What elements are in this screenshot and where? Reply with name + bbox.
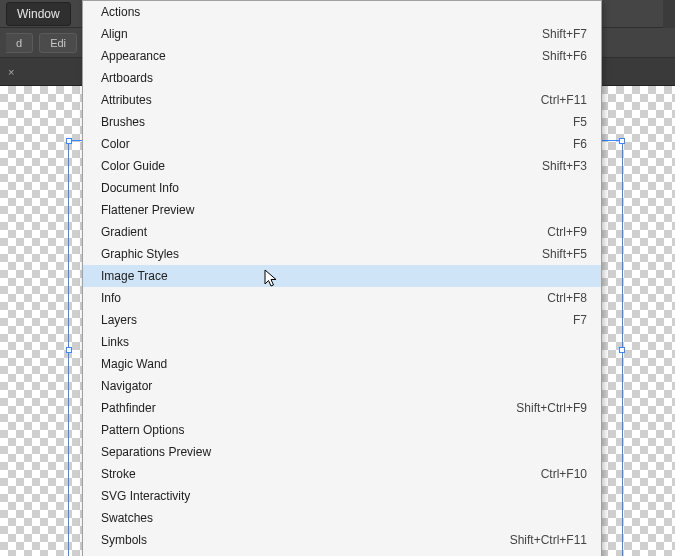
- menu-item-label: Flattener Preview: [101, 203, 547, 217]
- menu-item-symbols[interactable]: SymbolsShift+Ctrl+F11: [83, 529, 601, 551]
- menu-item-appearance[interactable]: AppearanceShift+F6: [83, 45, 601, 67]
- menu-item-label: Separations Preview: [101, 445, 547, 459]
- menu-item-label: Navigator: [101, 379, 547, 393]
- menu-item-graphic-styles[interactable]: Graphic StylesShift+F5: [83, 243, 601, 265]
- menu-item-svg-interactivity[interactable]: SVG Interactivity: [83, 485, 601, 507]
- menu-item-shortcut: Ctrl+F9: [507, 225, 587, 239]
- menu-item-flattener-preview[interactable]: Flattener Preview: [83, 199, 601, 221]
- menu-item-label: Graphic Styles: [101, 247, 502, 261]
- menu-item-info[interactable]: InfoCtrl+F8: [83, 287, 601, 309]
- menu-item-actions[interactable]: Actions: [83, 1, 601, 23]
- menu-item-shortcut: Ctrl+F10: [501, 467, 587, 481]
- menu-item-label: Pattern Options: [101, 423, 547, 437]
- menu-item-document-info[interactable]: Document Info: [83, 177, 601, 199]
- menu-item-transform[interactable]: TransformShift+F8: [83, 551, 601, 556]
- menu-item-label: Pathfinder: [101, 401, 476, 415]
- menu-item-shortcut: Shift+Ctrl+F9: [476, 401, 587, 415]
- menu-item-navigator[interactable]: Navigator: [83, 375, 601, 397]
- menu-item-label: Links: [101, 335, 547, 349]
- menu-item-label: Color: [101, 137, 533, 151]
- menu-item-label: Appearance: [101, 49, 502, 63]
- menu-item-label: SVG Interactivity: [101, 489, 547, 503]
- menu-item-shortcut: F7: [533, 313, 587, 327]
- toolbar-button-partial[interactable]: d: [6, 33, 33, 53]
- window-menu-dropdown: ActionsAlignShift+F7AppearanceShift+F6Ar…: [82, 0, 602, 556]
- menu-item-label: Magic Wand: [101, 357, 547, 371]
- menubar-item-window[interactable]: Window: [6, 2, 71, 26]
- menu-item-label: Layers: [101, 313, 533, 327]
- menu-item-label: Actions: [101, 5, 547, 19]
- selection-handle-top-right[interactable]: [619, 138, 625, 144]
- document-tab[interactable]: ×: [2, 62, 20, 82]
- menu-item-label: Swatches: [101, 511, 547, 525]
- menu-item-label: Document Info: [101, 181, 547, 195]
- menu-item-label: Attributes: [101, 93, 501, 107]
- menu-item-attributes[interactable]: AttributesCtrl+F11: [83, 89, 601, 111]
- menu-item-gradient[interactable]: GradientCtrl+F9: [83, 221, 601, 243]
- menu-item-links[interactable]: Links: [83, 331, 601, 353]
- menu-item-label: Image Trace: [101, 269, 547, 283]
- menu-item-shortcut: Shift+F6: [502, 49, 587, 63]
- menu-item-shortcut: Shift+F7: [502, 27, 587, 41]
- menu-item-shortcut: F5: [533, 115, 587, 129]
- selection-handle-mid-right[interactable]: [619, 347, 625, 353]
- menu-item-shortcut: F6: [533, 137, 587, 151]
- menu-item-stroke[interactable]: StrokeCtrl+F10: [83, 463, 601, 485]
- toolbar-button-edit[interactable]: Edi: [39, 33, 77, 53]
- close-icon[interactable]: ×: [8, 66, 14, 78]
- menu-item-image-trace[interactable]: Image Trace: [83, 265, 601, 287]
- menu-item-magic-wand[interactable]: Magic Wand: [83, 353, 601, 375]
- menu-item-brushes[interactable]: BrushesF5: [83, 111, 601, 133]
- app-root: Window d Edi × ActionsAlignShift+F7Appea…: [0, 0, 675, 556]
- menu-item-shortcut: Ctrl+F8: [507, 291, 587, 305]
- menu-item-color[interactable]: ColorF6: [83, 133, 601, 155]
- menu-item-color-guide[interactable]: Color GuideShift+F3: [83, 155, 601, 177]
- menu-item-label: Brushes: [101, 115, 533, 129]
- menu-item-separations-preview[interactable]: Separations Preview: [83, 441, 601, 463]
- menu-item-shortcut: Shift+F5: [502, 247, 587, 261]
- menu-item-label: Color Guide: [101, 159, 502, 173]
- menu-item-artboards[interactable]: Artboards: [83, 67, 601, 89]
- menu-item-label: Align: [101, 27, 502, 41]
- menu-item-label: Artboards: [101, 71, 547, 85]
- menu-item-label: Symbols: [101, 533, 470, 547]
- menu-item-shortcut: Ctrl+F11: [501, 93, 587, 107]
- menu-item-pattern-options[interactable]: Pattern Options: [83, 419, 601, 441]
- selection-handle-top-left[interactable]: [66, 138, 72, 144]
- menu-item-label: Info: [101, 291, 507, 305]
- menu-item-layers[interactable]: LayersF7: [83, 309, 601, 331]
- right-panel-sliver: [663, 0, 675, 28]
- menu-item-label: Gradient: [101, 225, 507, 239]
- menu-item-align[interactable]: AlignShift+F7: [83, 23, 601, 45]
- menu-item-shortcut: Shift+F3: [502, 159, 587, 173]
- menu-item-shortcut: Shift+Ctrl+F11: [470, 533, 587, 547]
- menu-item-pathfinder[interactable]: PathfinderShift+Ctrl+F9: [83, 397, 601, 419]
- selection-handle-mid-left[interactable]: [66, 347, 72, 353]
- menu-item-label: Stroke: [101, 467, 501, 481]
- menu-item-swatches[interactable]: Swatches: [83, 507, 601, 529]
